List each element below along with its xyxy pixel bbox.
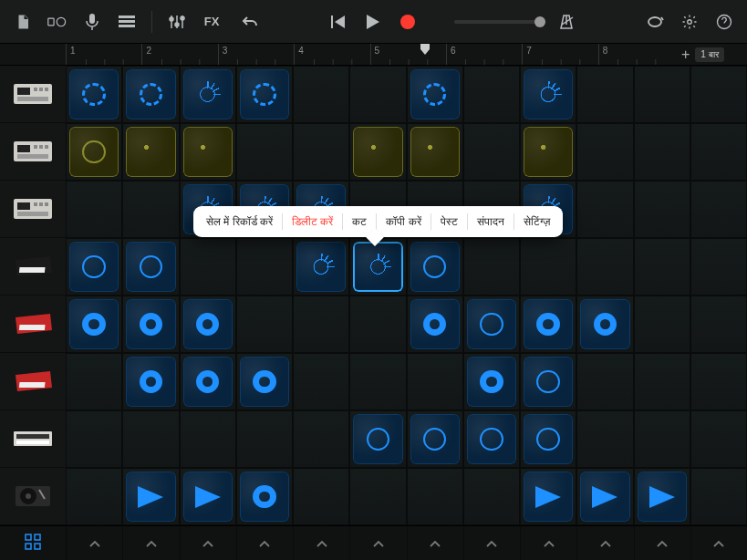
- loop-cell-r3-c7[interactable]: [463, 238, 520, 296]
- loop-cell-r0-c2[interactable]: [180, 66, 236, 123]
- ruler-bar-5[interactable]: 5: [370, 44, 446, 65]
- loop-cell-r7-c1[interactable]: [122, 468, 179, 525]
- tracks-list-button[interactable]: [113, 8, 140, 36]
- track-header-turntable-1[interactable]: [0, 468, 66, 525]
- loop-cell-r5-c0[interactable]: [66, 353, 122, 410]
- loop-cell-r2-c1[interactable]: [122, 181, 179, 238]
- loop-cell-r5-c9[interactable]: [576, 353, 633, 410]
- loop-cell-r4-c9[interactable]: [576, 296, 633, 353]
- column-trigger-1[interactable]: [66, 526, 122, 560]
- loop-cell-r2-c9[interactable]: [576, 181, 633, 238]
- column-trigger-8[interactable]: [463, 526, 520, 560]
- loop-cell-r6-c6[interactable]: [407, 410, 463, 468]
- loop-cell-r6-c0[interactable]: [66, 410, 122, 468]
- loop-cell-r5-c2[interactable]: [180, 353, 236, 410]
- column-trigger-7[interactable]: [407, 526, 463, 560]
- column-trigger-12[interactable]: [690, 526, 747, 560]
- loop-cell-r1-c8[interactable]: [520, 123, 576, 181]
- view-mode-button[interactable]: [44, 8, 71, 36]
- loop-cell-r5-c3[interactable]: [236, 353, 293, 410]
- track-header-drum-machine-3[interactable]: [0, 181, 66, 238]
- loop-cell-r3-c11[interactable]: [690, 238, 747, 296]
- loop-cell-r4-c2[interactable]: [180, 296, 236, 353]
- loop-cell-r6-c1[interactable]: [122, 410, 179, 468]
- play-button[interactable]: [359, 8, 387, 36]
- volume-slider[interactable]: [454, 20, 545, 24]
- loop-cell-r0-c5[interactable]: [349, 66, 406, 123]
- loop-cell-r6-c8[interactable]: [520, 410, 576, 468]
- loop-cell-r1-c7[interactable]: [463, 123, 520, 181]
- grid-mode-button[interactable]: [24, 533, 42, 555]
- timeline-ruler[interactable]: 12345678 + 1 बार: [0, 44, 747, 66]
- track-header-drum-machine-2[interactable]: [0, 123, 66, 181]
- loop-cell-r1-c4[interactable]: [293, 123, 349, 181]
- loop-cell-r6-c4[interactable]: [293, 410, 349, 468]
- loop-cell-r7-c5[interactable]: [349, 468, 406, 525]
- loop-cell-r1-c6[interactable]: [407, 123, 463, 181]
- loop-cell-r6-c10[interactable]: [634, 410, 690, 468]
- loop-cell-r1-c11[interactable]: [690, 123, 747, 181]
- loop-cell-r4-c1[interactable]: [122, 296, 179, 353]
- loop-cell-r7-c9[interactable]: [576, 468, 633, 525]
- loop-cell-r4-c3[interactable]: [236, 296, 293, 353]
- metronome-button[interactable]: [553, 8, 580, 36]
- playhead-marker[interactable]: [419, 44, 431, 57]
- column-trigger-11[interactable]: [634, 526, 690, 560]
- loop-cell-r5-c4[interactable]: [293, 353, 349, 410]
- loop-cell-r7-c3[interactable]: [236, 468, 293, 525]
- rewind-button[interactable]: [325, 8, 352, 36]
- loop-cell-r5-c8[interactable]: [520, 353, 576, 410]
- volume-knob[interactable]: [534, 16, 545, 27]
- context-menu-item-3[interactable]: कॉपी करें: [377, 213, 431, 230]
- loop-cell-r6-c7[interactable]: [463, 410, 520, 468]
- loop-cell-r4-c6[interactable]: [407, 296, 463, 353]
- loop-cell-r3-c0[interactable]: [66, 238, 122, 296]
- mic-button[interactable]: [78, 8, 106, 36]
- context-menu-item-6[interactable]: सेटिंग्ज़: [514, 213, 559, 230]
- loop-cell-r3-c8[interactable]: [520, 238, 576, 296]
- loop-cell-r4-c11[interactable]: [690, 296, 747, 353]
- loop-cell-r6-c11[interactable]: [690, 410, 747, 468]
- ruler-bar-7[interactable]: 7: [522, 44, 597, 65]
- context-menu-item-5[interactable]: संपादन: [468, 213, 514, 230]
- settings-button[interactable]: [676, 8, 703, 36]
- loop-cell-r5-c10[interactable]: [634, 353, 690, 410]
- loop-cell-r0-c6[interactable]: [407, 66, 463, 123]
- ruler-bar-8[interactable]: 8: [598, 44, 674, 65]
- ruler-bar-4[interactable]: 4: [294, 44, 369, 65]
- loop-cell-r0-c9[interactable]: [576, 66, 633, 123]
- loop-cell-r5-c11[interactable]: [690, 353, 747, 410]
- track-header-keyboard-1[interactable]: [0, 238, 66, 296]
- loop-cell-r4-c8[interactable]: [520, 296, 576, 353]
- loop-cell-r0-c11[interactable]: [690, 66, 747, 123]
- loop-cell-r0-c3[interactable]: [236, 66, 293, 123]
- loop-cell-r7-c6[interactable]: [407, 468, 463, 525]
- column-trigger-10[interactable]: [576, 526, 633, 560]
- loop-cell-r7-c10[interactable]: [634, 468, 690, 525]
- loop-cell-r1-c0[interactable]: [66, 123, 122, 181]
- loop-cell-r1-c10[interactable]: [634, 123, 690, 181]
- column-trigger-5[interactable]: [293, 526, 349, 560]
- column-trigger-2[interactable]: [122, 526, 179, 560]
- loop-cell-r7-c11[interactable]: [690, 468, 747, 525]
- track-header-keyboard-2[interactable]: [0, 296, 66, 353]
- loop-cell-r6-c5[interactable]: [349, 410, 406, 468]
- loop-cell-r0-c1[interactable]: [122, 66, 179, 123]
- loop-cell-r3-c1[interactable]: [122, 238, 179, 296]
- loop-cell-r2-c10[interactable]: [634, 181, 690, 238]
- loop-cell-r4-c7[interactable]: [463, 296, 520, 353]
- loop-cell-r3-c6[interactable]: [407, 238, 463, 296]
- fx-button[interactable]: FX: [198, 8, 225, 36]
- loop-cell-r0-c10[interactable]: [634, 66, 690, 123]
- column-trigger-9[interactable]: [520, 526, 576, 560]
- context-menu-item-1[interactable]: डिलीट करें: [283, 213, 343, 230]
- loop-cell-r6-c3[interactable]: [236, 410, 293, 468]
- loop-cell-r6-c9[interactable]: [576, 410, 633, 468]
- track-header-keyboard-3[interactable]: [0, 353, 66, 410]
- loop-browser-button[interactable]: [641, 8, 669, 36]
- loop-cell-r1-c2[interactable]: [180, 123, 236, 181]
- loop-cell-r3-c9[interactable]: [576, 238, 633, 296]
- track-header-synth-1[interactable]: [0, 410, 66, 468]
- loop-cell-r5-c1[interactable]: [122, 353, 179, 410]
- loop-cell-r4-c4[interactable]: [293, 296, 349, 353]
